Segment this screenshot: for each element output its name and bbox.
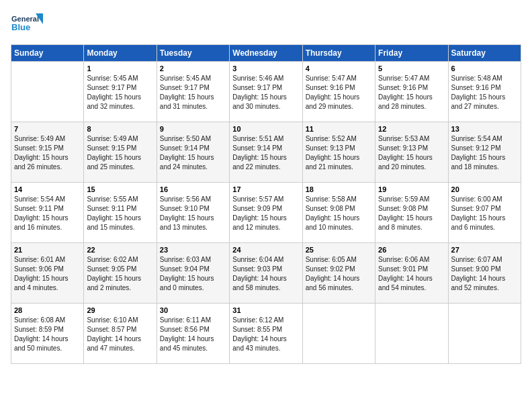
day-number: 31	[232, 306, 299, 314]
calendar-cell: 9Sunrise: 5:50 AMSunset: 9:14 PMDaylight…	[157, 122, 229, 183]
day-info: Sunrise: 6:12 AMSunset: 8:55 PMDaylight:…	[232, 316, 299, 353]
day-info: Sunrise: 5:45 AMSunset: 9:17 PMDaylight:…	[87, 74, 153, 111]
calendar-cell: 8Sunrise: 5:49 AMSunset: 9:15 PMDaylight…	[84, 122, 157, 183]
calendar-cell: 16Sunrise: 5:56 AMSunset: 9:10 PMDayligh…	[157, 183, 229, 243]
week-row-4: 21Sunrise: 6:01 AMSunset: 9:06 PMDayligh…	[11, 243, 521, 304]
week-row-2: 7Sunrise: 5:49 AMSunset: 9:15 PMDaylight…	[11, 122, 521, 183]
day-number: 12	[378, 125, 445, 133]
svg-text:Blue: Blue	[11, 22, 30, 32]
calendar-cell: 17Sunrise: 5:57 AMSunset: 9:09 PMDayligh…	[230, 183, 302, 243]
day-number: 11	[306, 125, 372, 133]
day-info: Sunrise: 5:58 AMSunset: 9:08 PMDaylight:…	[306, 195, 372, 232]
day-number: 20	[451, 185, 518, 193]
day-info: Sunrise: 5:48 AMSunset: 9:16 PMDaylight:…	[451, 74, 518, 111]
header-row: SundayMondayTuesdayWednesdayThursdayFrid…	[11, 45, 521, 62]
day-info: Sunrise: 6:10 AMSunset: 8:57 PMDaylight:…	[87, 316, 153, 353]
calendar-cell: 7Sunrise: 5:49 AMSunset: 9:15 PMDaylight…	[11, 122, 84, 183]
calendar-cell	[375, 304, 448, 364]
day-info: Sunrise: 6:02 AMSunset: 9:05 PMDaylight:…	[87, 255, 153, 293]
calendar-cell: 2Sunrise: 5:45 AMSunset: 9:17 PMDaylight…	[157, 62, 229, 122]
day-number: 16	[160, 185, 226, 193]
day-info: Sunrise: 5:51 AMSunset: 9:14 PMDaylight:…	[232, 134, 299, 172]
day-number: 17	[232, 185, 299, 193]
day-number: 22	[87, 246, 153, 254]
day-info: Sunrise: 6:01 AMSunset: 9:06 PMDaylight:…	[14, 255, 81, 293]
week-row-1: 1Sunrise: 5:45 AMSunset: 9:17 PMDaylight…	[11, 62, 521, 122]
day-info: Sunrise: 6:00 AMSunset: 9:07 PMDaylight:…	[451, 195, 518, 232]
calendar-cell: 28Sunrise: 6:08 AMSunset: 8:59 PMDayligh…	[11, 304, 84, 364]
day-info: Sunrise: 6:11 AMSunset: 8:56 PMDaylight:…	[160, 316, 226, 353]
day-info: Sunrise: 5:53 AMSunset: 9:13 PMDaylight:…	[378, 134, 445, 172]
calendar-cell: 4Sunrise: 5:47 AMSunset: 9:16 PMDaylight…	[302, 62, 375, 122]
calendar-cell	[448, 304, 521, 364]
calendar-cell: 12Sunrise: 5:53 AMSunset: 9:13 PMDayligh…	[375, 122, 448, 183]
column-header-tuesday: Tuesday	[157, 45, 229, 62]
day-info: Sunrise: 5:54 AMSunset: 9:12 PMDaylight:…	[451, 134, 518, 172]
day-info: Sunrise: 5:47 AMSunset: 9:16 PMDaylight:…	[306, 74, 372, 111]
day-number: 24	[232, 246, 299, 254]
day-number: 3	[232, 64, 299, 73]
week-row-3: 14Sunrise: 5:54 AMSunset: 9:11 PMDayligh…	[11, 183, 521, 243]
calendar-cell: 29Sunrise: 6:10 AMSunset: 8:57 PMDayligh…	[84, 304, 157, 364]
column-header-monday: Monday	[84, 45, 157, 62]
day-info: Sunrise: 5:50 AMSunset: 9:14 PMDaylight:…	[160, 134, 226, 172]
column-header-sunday: Sunday	[11, 45, 84, 62]
calendar-cell	[302, 304, 375, 364]
day-info: Sunrise: 6:05 AMSunset: 9:02 PMDaylight:…	[306, 255, 372, 293]
calendar-cell: 1Sunrise: 5:45 AMSunset: 9:17 PMDaylight…	[84, 62, 157, 122]
calendar-cell: 27Sunrise: 6:07 AMSunset: 9:00 PMDayligh…	[448, 243, 521, 304]
calendar-cell: 22Sunrise: 6:02 AMSunset: 9:05 PMDayligh…	[84, 243, 157, 304]
day-number: 9	[160, 125, 226, 133]
day-info: Sunrise: 5:54 AMSunset: 9:11 PMDaylight:…	[14, 195, 81, 232]
day-number: 8	[87, 125, 153, 133]
day-number: 18	[306, 185, 372, 193]
day-number: 27	[451, 246, 518, 254]
calendar-cell: 5Sunrise: 5:47 AMSunset: 9:16 PMDaylight…	[375, 62, 448, 122]
calendar-cell: 21Sunrise: 6:01 AMSunset: 9:06 PMDayligh…	[11, 243, 84, 304]
column-header-friday: Friday	[375, 45, 448, 62]
day-number: 6	[451, 64, 518, 73]
day-number: 5	[378, 64, 445, 73]
day-number: 26	[378, 246, 445, 254]
calendar-cell: 15Sunrise: 5:55 AMSunset: 9:11 PMDayligh…	[84, 183, 157, 243]
calendar-body: 1Sunrise: 5:45 AMSunset: 9:17 PMDaylight…	[11, 62, 521, 364]
calendar-cell: 31Sunrise: 6:12 AMSunset: 8:55 PMDayligh…	[230, 304, 302, 364]
day-info: Sunrise: 5:47 AMSunset: 9:16 PMDaylight:…	[378, 74, 445, 111]
day-number: 2	[160, 64, 226, 73]
day-info: Sunrise: 5:52 AMSunset: 9:13 PMDaylight:…	[306, 134, 372, 172]
day-number: 28	[14, 306, 81, 314]
calendar-cell: 24Sunrise: 6:04 AMSunset: 9:03 PMDayligh…	[230, 243, 302, 304]
day-number: 25	[306, 246, 372, 254]
calendar-cell: 14Sunrise: 5:54 AMSunset: 9:11 PMDayligh…	[11, 183, 84, 243]
calendar-cell: 23Sunrise: 6:03 AMSunset: 9:04 PMDayligh…	[157, 243, 229, 304]
calendar-cell: 3Sunrise: 5:46 AMSunset: 9:17 PMDaylight…	[230, 62, 302, 122]
day-info: Sunrise: 5:59 AMSunset: 9:08 PMDaylight:…	[378, 195, 445, 232]
page-header: General Blue	[11, 11, 521, 39]
week-row-5: 28Sunrise: 6:08 AMSunset: 8:59 PMDayligh…	[11, 304, 521, 364]
day-info: Sunrise: 6:08 AMSunset: 8:59 PMDaylight:…	[14, 316, 81, 353]
day-number: 23	[160, 246, 226, 254]
calendar-cell: 25Sunrise: 6:05 AMSunset: 9:02 PMDayligh…	[302, 243, 375, 304]
day-number: 15	[87, 185, 153, 193]
column-header-thursday: Thursday	[302, 45, 375, 62]
day-info: Sunrise: 5:45 AMSunset: 9:17 PMDaylight:…	[160, 74, 226, 111]
day-info: Sunrise: 6:06 AMSunset: 9:01 PMDaylight:…	[378, 255, 445, 293]
calendar-cell: 13Sunrise: 5:54 AMSunset: 9:12 PMDayligh…	[448, 122, 521, 183]
day-number: 1	[87, 64, 153, 73]
column-header-saturday: Saturday	[448, 45, 521, 62]
day-number: 21	[14, 246, 81, 254]
day-number: 14	[14, 185, 81, 193]
column-header-wednesday: Wednesday	[230, 45, 302, 62]
calendar-cell: 18Sunrise: 5:58 AMSunset: 9:08 PMDayligh…	[302, 183, 375, 243]
calendar-cell: 6Sunrise: 5:48 AMSunset: 9:16 PMDaylight…	[448, 62, 521, 122]
day-info: Sunrise: 5:49 AMSunset: 9:15 PMDaylight:…	[14, 134, 81, 172]
calendar-cell: 20Sunrise: 6:00 AMSunset: 9:07 PMDayligh…	[448, 183, 521, 243]
logo: General Blue	[11, 11, 44, 39]
day-info: Sunrise: 5:49 AMSunset: 9:15 PMDaylight:…	[87, 134, 153, 172]
calendar-cell: 11Sunrise: 5:52 AMSunset: 9:13 PMDayligh…	[302, 122, 375, 183]
day-info: Sunrise: 6:03 AMSunset: 9:04 PMDaylight:…	[160, 255, 226, 293]
logo-icon: General Blue	[11, 11, 44, 39]
calendar-cell: 19Sunrise: 5:59 AMSunset: 9:08 PMDayligh…	[375, 183, 448, 243]
calendar-cell: 30Sunrise: 6:11 AMSunset: 8:56 PMDayligh…	[157, 304, 229, 364]
day-number: 19	[378, 185, 445, 193]
